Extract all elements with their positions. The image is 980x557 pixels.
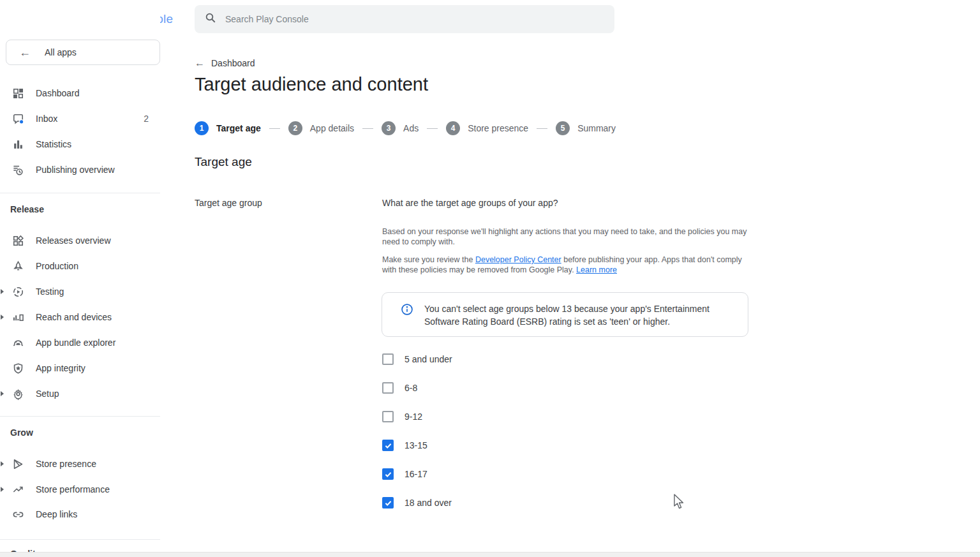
sidebar-item-store-performance[interactable]: Store performance — [0, 477, 160, 502]
play-console-window: Google Play Console ← All apps Dashboard — [0, 0, 980, 557]
sidebar-divider — [0, 539, 160, 540]
app-bundle-explorer-icon — [11, 336, 24, 349]
expand-chevron-icon — [1, 289, 4, 294]
deep-links-icon — [11, 508, 24, 521]
checkbox-box-checked — [382, 497, 394, 509]
esrb-info-card: You can't select age groups below 13 bec… — [382, 292, 748, 337]
production-rocket-icon — [11, 260, 24, 272]
publishing-overview-icon — [11, 163, 24, 176]
sidebar-item-app-bundle-explorer[interactable]: App bundle explorer — [0, 330, 160, 355]
all-apps-button[interactable]: ← All apps — [6, 40, 160, 65]
learn-more-link[interactable]: Learn more — [576, 265, 617, 274]
inbox-count-badge: 2 — [144, 114, 149, 124]
question-text: What are the target age groups of your a… — [382, 198, 760, 208]
page-title: Target audience and content — [195, 74, 428, 95]
sidebar-item-testing[interactable]: Testing — [0, 279, 160, 304]
checkbox-16-17[interactable]: 16-17 — [382, 468, 452, 480]
section-title-target-age: Target age — [195, 155, 252, 169]
horizontal-scrollbar[interactable] — [0, 552, 980, 557]
checkbox-5-and-under[interactable]: 5 and under — [382, 353, 452, 366]
sidebar-item-production[interactable]: Production — [0, 253, 160, 279]
step-summary[interactable]: 5 Summary — [556, 121, 616, 135]
sidebar-item-deep-links[interactable]: Deep links — [0, 501, 160, 527]
policy-paragraph: Make sure you review the Developer Polic… — [382, 255, 757, 275]
description-paragraph: Based on your response we'll highlight a… — [382, 227, 757, 247]
checkbox-box — [382, 411, 394, 422]
sidebar-item-reach-and-devices[interactable]: Reach and devices — [0, 304, 160, 330]
step-store-presence[interactable]: 4 Store presence — [446, 121, 528, 135]
back-arrow-icon: ← — [19, 46, 31, 59]
setup-gear-icon — [11, 387, 24, 400]
stepper: 1 Target age 2 App details 3 Ads 4 Store… — [195, 121, 616, 135]
sidebar-divider — [0, 193, 160, 193]
sidebar-divider — [0, 416, 160, 417]
search-bar[interactable] — [195, 5, 614, 33]
sidebar-item-releases-overview[interactable]: Releases overview — [0, 228, 160, 253]
sidebar-item-app-integrity[interactable]: App integrity — [0, 355, 160, 381]
checkbox-13-15[interactable]: 13-15 — [382, 439, 452, 452]
step-target-age[interactable]: 1 Target age — [195, 121, 261, 135]
breadcrumb-dashboard[interactable]: ← Dashboard — [195, 57, 255, 69]
expand-chevron-icon — [1, 487, 4, 492]
inbox-icon — [11, 112, 24, 125]
step-connector — [427, 128, 438, 129]
step-connector — [362, 128, 373, 129]
age-group-checkbox-list: 5 and under 6-8 9-12 13-15 16-17 18 a — [382, 353, 452, 509]
statistics-icon — [11, 138, 24, 151]
sidebar-item-setup[interactable]: Setup — [0, 381, 160, 406]
mouse-cursor — [672, 494, 686, 513]
sidebar: ← All apps Dashboard Inbox 2 — [0, 0, 160, 557]
releases-overview-icon — [11, 234, 24, 247]
search-icon — [205, 12, 216, 26]
testing-icon — [11, 285, 24, 298]
step-app-details[interactable]: 2 App details — [288, 121, 354, 135]
release-section-header: Release — [10, 204, 44, 214]
search-input[interactable] — [225, 14, 604, 24]
checkbox-18-and-over[interactable]: 18 and over — [382, 496, 452, 509]
sidebar-item-inbox[interactable]: Inbox 2 — [0, 106, 160, 131]
step-ads[interactable]: 3 Ads — [382, 121, 419, 135]
checkbox-6-8[interactable]: 6-8 — [382, 382, 452, 394]
expand-chevron-icon — [1, 461, 4, 466]
expand-chevron-icon — [1, 391, 4, 396]
expand-chevron-icon — [1, 315, 4, 320]
sidebar-item-statistics[interactable]: Statistics — [0, 131, 160, 157]
checkbox-box-checked — [382, 440, 394, 451]
checkbox-box — [382, 382, 394, 394]
checkbox-9-12[interactable]: 9-12 — [382, 410, 452, 423]
developer-policy-center-link[interactable]: Developer Policy Center — [475, 255, 561, 264]
dashboard-icon — [11, 87, 24, 100]
store-presence-icon — [11, 457, 24, 470]
all-apps-label: All apps — [45, 47, 77, 57]
esrb-info-text: You can't select age groups below 13 bec… — [424, 302, 724, 328]
store-performance-icon — [11, 483, 24, 496]
sidebar-item-publishing-overview[interactable]: Publishing overview — [0, 157, 160, 182]
reach-and-devices-icon — [11, 311, 24, 323]
form-content: What are the target age groups of your a… — [382, 198, 760, 275]
grow-section-header: Grow — [10, 427, 33, 438]
checkbox-box-checked — [382, 468, 394, 480]
checkbox-box — [382, 353, 394, 365]
app-integrity-shield-icon — [11, 362, 24, 375]
step-connector — [269, 128, 280, 129]
sidebar-item-dashboard[interactable]: Dashboard — [0, 80, 160, 106]
sidebar-item-store-presence[interactable]: Store presence — [0, 451, 160, 477]
info-icon — [401, 303, 413, 318]
back-arrow-icon: ← — [195, 57, 205, 69]
form-label-target-age-group: Target age group — [195, 198, 262, 208]
step-connector — [537, 128, 547, 129]
